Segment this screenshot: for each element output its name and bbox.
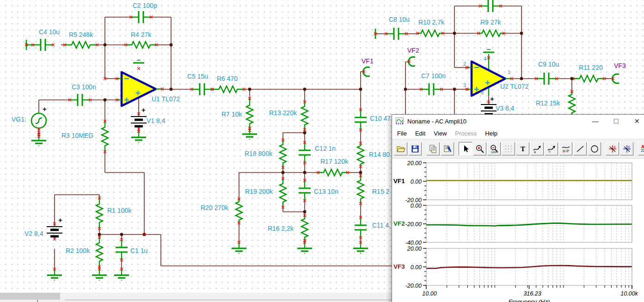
component-label: R15 2 (372, 188, 389, 195)
component-label: R1 100k (107, 207, 131, 214)
svg-text:10.00k: 10.00k (620, 290, 638, 297)
svg-text:0.00: 0.00 (411, 203, 422, 209)
component-label: C2 100p (133, 2, 157, 9)
toolbar-cursor-a-button[interactable]: a (606, 142, 619, 155)
svg-text:VF1: VF1 (393, 178, 405, 185)
component-label: R13 220k (269, 110, 297, 117)
component-label: U2 TL072 (500, 83, 528, 90)
polarity-sign: + (141, 106, 146, 114)
svg-text:20.00: 20.00 (407, 246, 422, 252)
menu-item-edit[interactable]: Edit (411, 129, 429, 138)
toolbar-annotate-b-button[interactable]: ? (545, 142, 558, 155)
toolbar: 100%Ta?ab◀▲▼▶ (392, 139, 644, 159)
window-edge-line (65, 300, 392, 300)
component-label: R10 2,7k (418, 19, 444, 26)
component-label: R7 10k (221, 111, 242, 118)
component-label: C4 10u (39, 29, 60, 36)
component-label: C1 1u (130, 247, 147, 254)
component-label: V1 8,4 (147, 117, 165, 124)
component-label: R3 10MEG (61, 132, 93, 139)
toolbar-cursor-button[interactable] (459, 142, 472, 155)
polarity-sign: + (490, 95, 494, 103)
window-edge-divider (37, 300, 38, 302)
pin-number-label: 2 (463, 61, 466, 67)
toolbar-paste-button[interactable] (441, 142, 454, 155)
minimize-button[interactable]: — (585, 115, 606, 128)
svg-text:VF2: VF2 (393, 220, 405, 227)
toolbar-open-button[interactable] (394, 142, 407, 155)
component-label: C5 15u (187, 73, 208, 80)
component-label: R11 220 (579, 64, 603, 71)
component-label: C9 10u (538, 61, 559, 68)
component-label: V2 8,4 (25, 230, 43, 237)
component-label: R17 120k (320, 158, 348, 165)
toolbar-curve-legend-button[interactable] (559, 142, 572, 155)
component-label: C13 10n (314, 188, 338, 195)
svg-text:100%: 100% (491, 151, 498, 154)
menu-bar: FileEditViewProcessHelp (392, 128, 644, 139)
component-label: R18 800k (245, 150, 272, 157)
svg-text:a: a (534, 150, 536, 154)
toolbar-copy-button[interactable] (426, 142, 440, 155)
component-label: R4 27k (131, 31, 151, 38)
toolbar-add-curves-button[interactable] (638, 142, 644, 155)
svg-text:-40.00: -40.00 (405, 240, 422, 246)
component-label: R2 100k (66, 247, 90, 254)
toolbar-zoom-100-button[interactable]: 100% (487, 142, 501, 155)
svg-text:10.00: 10.00 (422, 290, 436, 297)
toolbar-grid-button[interactable] (502, 142, 515, 155)
svg-text:Frequency (Hz): Frequency (Hz) (509, 298, 550, 302)
schematic-hscrollbar[interactable] (0, 293, 392, 300)
component-label: R14 80 (369, 151, 390, 158)
hscrollbar-thumb[interactable] (0, 293, 60, 300)
menu-item-view[interactable]: View (429, 129, 451, 138)
charts: 20.000.00-20.00VF10.00-20.00-40.00VF220.… (392, 159, 644, 302)
svg-text:0.00: 0.00 (411, 179, 422, 185)
component-label: C10 47 (370, 115, 391, 122)
svg-text:VF3: VF3 (393, 263, 405, 270)
svg-text:-20.00: -20.00 (405, 221, 422, 228)
menu-item-process[interactable]: Process (451, 129, 481, 138)
toolbar-zoom-in-button[interactable] (473, 142, 486, 155)
component-label: R9 27k (480, 19, 501, 26)
plot-area: 20.000.00-20.00VF10.00-20.00-40.00VF220.… (392, 159, 644, 302)
polarity-sign: + (43, 105, 47, 113)
component-label: R19 200k (245, 188, 273, 195)
maximize-button[interactable]: □ (606, 115, 626, 128)
component-label: R20 270k (201, 204, 228, 211)
svg-text:0.00: 0.00 (411, 264, 422, 271)
component-label: R6 470 (217, 75, 238, 82)
svg-text:316.23: 316.23 (523, 290, 541, 297)
plot-window: Noname - AC Ampli10 — □ ✕ FileEditViewPr… (392, 114, 644, 302)
menu-item-file[interactable]: File (393, 129, 411, 138)
polarity-sign: + (58, 216, 62, 224)
svg-text:?: ? (548, 150, 551, 154)
close-button[interactable]: ✕ (626, 115, 644, 128)
probe-label: VF2 (407, 47, 419, 54)
svg-text:20.00: 20.00 (407, 160, 422, 166)
svg-text:-20.00: -20.00 (405, 283, 422, 289)
toolbar-cursor-b-button[interactable]: b (620, 142, 633, 155)
component-label: R5 248k (69, 31, 93, 38)
toolbar-text-button[interactable]: T (516, 142, 529, 155)
menu-item-help[interactable]: Help (481, 129, 502, 138)
app-icon (396, 117, 404, 125)
component-label: R12 15k (536, 100, 560, 107)
svg-text:T: T (521, 145, 525, 153)
toolbar-save-button[interactable] (408, 142, 422, 155)
toolbar-ellipse-button[interactable] (588, 142, 601, 155)
component-label: V3 8,4 (496, 105, 514, 112)
svg-text:a: a (613, 145, 616, 149)
pin-number-label: 4 (484, 56, 486, 62)
component-label: C11 4, (372, 222, 391, 229)
window-title: Noname - AC Ampli10 (407, 118, 585, 125)
component-label: C12 1n (315, 145, 336, 152)
pin-number-label: 3 (463, 82, 466, 88)
toolbar-annotate-a-button[interactable]: a (530, 142, 544, 155)
app-root: { "window": { "title": "Noname - AC Ampl… (0, 0, 644, 302)
probe-label: VF1 (362, 58, 374, 65)
toolbar-line-button[interactable] (573, 142, 587, 155)
title-bar[interactable]: Noname - AC Ampli10 — □ ✕ (392, 115, 644, 128)
component-label: U1 TL072 (152, 96, 180, 103)
probe-label: VF3 (614, 62, 626, 69)
